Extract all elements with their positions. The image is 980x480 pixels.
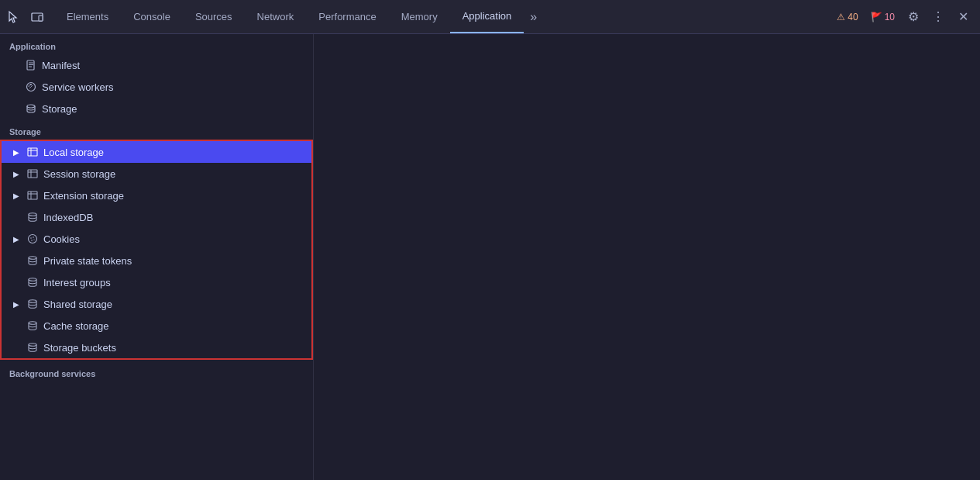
main-layout: Application Manifest <box>0 34 980 480</box>
bg-services-section-header: Background services <box>0 361 313 382</box>
svg-point-23 <box>33 239 34 240</box>
manifest-icon <box>25 59 37 71</box>
sidebar-item-manifest[interactable]: Manifest <box>0 54 313 76</box>
sidebar-item-session-storage[interactable]: ▶ Session storage <box>2 163 311 185</box>
storage-app-icon <box>25 102 37 115</box>
sidebar-item-storage-app[interactable]: Storage <box>0 98 313 119</box>
extension-storage-chevron: ▶ <box>11 190 22 201</box>
tab-elements[interactable]: Elements <box>54 0 121 33</box>
cookies-chevron: ▶ <box>11 233 22 244</box>
cookies-icon <box>26 233 39 245</box>
tab-list: Elements Console Sources Network Perform… <box>54 0 832 33</box>
session-storage-icon <box>26 167 39 180</box>
local-storage-chevron: ▶ <box>11 147 22 157</box>
private-state-tokens-icon <box>26 254 39 267</box>
sidebar-item-interest-groups[interactable]: Interest groups <box>2 271 311 293</box>
cache-storage-icon <box>26 319 39 332</box>
sidebar-item-storage-buckets[interactable]: Storage buckets <box>2 337 311 358</box>
indexeddb-icon <box>26 211 39 223</box>
more-options-button[interactable]: ⋮ <box>927 6 949 28</box>
storage-section-header: Storage <box>0 119 313 140</box>
sidebar-item-cookies[interactable]: ▶ Cookies <box>2 228 311 250</box>
svg-point-28 <box>29 344 36 347</box>
sidebar-item-private-state-tokens[interactable]: Private state tokens <box>2 250 311 271</box>
svg-point-18 <box>29 213 36 216</box>
devtools-icons <box>3 6 48 28</box>
warning-badge[interactable]: ⚠ 40 <box>832 10 862 24</box>
tab-performance[interactable]: Performance <box>306 0 388 33</box>
close-button[interactable]: ✕ <box>952 6 974 28</box>
svg-rect-12 <box>28 170 37 178</box>
more-tabs-button[interactable]: » <box>524 0 543 33</box>
svg-rect-9 <box>28 148 37 156</box>
tab-memory[interactable]: Memory <box>389 0 450 33</box>
storage-buckets-icon <box>26 341 39 354</box>
session-storage-chevron: ▶ <box>11 168 22 179</box>
responsive-icon[interactable] <box>26 6 48 28</box>
app-section-header: Application <box>0 34 313 54</box>
shared-storage-chevron: ▶ <box>11 299 22 309</box>
cursor-icon[interactable] <box>3 6 25 28</box>
settings-button[interactable]: ⚙ <box>903 6 924 28</box>
svg-point-27 <box>29 322 36 325</box>
tab-bar: Elements Console Sources Network Perform… <box>0 0 980 34</box>
local-storage-icon <box>26 146 39 158</box>
service-workers-icon <box>25 81 37 93</box>
svg-point-20 <box>30 237 32 239</box>
sidebar-item-extension-storage[interactable]: ▶ Extension storage <box>2 185 311 206</box>
sidebar-item-indexeddb[interactable]: IndexedDB <box>2 206 311 228</box>
svg-point-26 <box>29 300 36 303</box>
storage-section-box: ▶ Local storage ▶ <box>0 140 313 360</box>
svg-point-21 <box>33 237 34 238</box>
error-icon: 🚩 <box>871 12 882 22</box>
tab-sources[interactable]: Sources <box>183 0 245 33</box>
svg-point-8 <box>27 105 35 108</box>
svg-point-7 <box>30 84 32 85</box>
svg-point-25 <box>29 278 36 281</box>
tab-network[interactable]: Network <box>245 0 307 33</box>
tab-console[interactable]: Console <box>121 0 183 33</box>
error-badge[interactable]: 🚩 10 <box>866 10 899 24</box>
sidebar-item-service-workers[interactable]: Service workers <box>0 76 313 98</box>
sidebar: Application Manifest <box>0 34 314 480</box>
tab-application[interactable]: Application <box>450 0 524 33</box>
sidebar-item-shared-storage[interactable]: ▶ Shared storage <box>2 293 311 315</box>
warning-icon: ⚠ <box>837 12 845 22</box>
interest-groups-icon <box>26 276 39 288</box>
svg-point-22 <box>31 240 33 241</box>
svg-rect-1 <box>39 16 43 21</box>
extension-storage-icon <box>26 189 39 202</box>
shared-storage-icon <box>26 298 39 310</box>
svg-rect-15 <box>28 192 37 199</box>
svg-point-19 <box>29 235 37 243</box>
tab-bar-actions: ⚠ 40 🚩 10 ⚙ ⋮ ✕ <box>832 6 977 28</box>
svg-point-24 <box>29 257 36 260</box>
sidebar-item-cache-storage[interactable]: Cache storage <box>2 315 311 337</box>
sidebar-item-local-storage[interactable]: ▶ Local storage <box>2 141 311 163</box>
main-content <box>314 34 980 480</box>
